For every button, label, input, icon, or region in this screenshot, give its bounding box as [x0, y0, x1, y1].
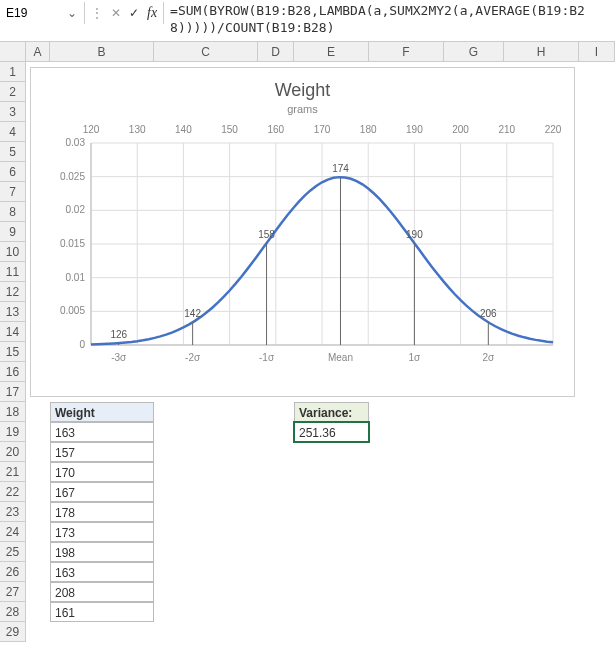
- cell-B23[interactable]: 178: [50, 502, 154, 522]
- row-header-24[interactable]: 24: [0, 522, 25, 542]
- row-header-8[interactable]: 8: [0, 202, 25, 222]
- col-header-A[interactable]: A: [26, 42, 50, 61]
- row-header-14[interactable]: 14: [0, 322, 25, 342]
- chart-plot: 12013014015016017018019020021022000.0050…: [43, 119, 563, 389]
- svg-text:0.03: 0.03: [66, 137, 86, 148]
- cell-B24[interactable]: 173: [50, 522, 154, 542]
- svg-text:220: 220: [545, 124, 562, 135]
- svg-text:160: 160: [267, 124, 284, 135]
- row-header-1[interactable]: 1: [0, 62, 25, 82]
- cell-E18[interactable]: Variance:: [294, 402, 369, 422]
- cell-B26[interactable]: 163: [50, 562, 154, 582]
- row-header-17[interactable]: 17: [0, 382, 25, 402]
- svg-text:0.02: 0.02: [66, 204, 86, 215]
- svg-text:1σ: 1σ: [409, 352, 422, 363]
- col-header-H[interactable]: H: [504, 42, 579, 61]
- cell-B22[interactable]: 167: [50, 482, 154, 502]
- svg-text:190: 190: [406, 229, 423, 240]
- row-header-19[interactable]: 19: [0, 422, 25, 442]
- svg-text:140: 140: [175, 124, 192, 135]
- svg-text:0.015: 0.015: [60, 238, 85, 249]
- chart-title: Weight: [43, 80, 562, 101]
- col-header-G[interactable]: G: [444, 42, 504, 61]
- name-box-dropdown-icon[interactable]: ⌄: [64, 6, 80, 20]
- svg-text:2σ: 2σ: [482, 352, 495, 363]
- cell-B27[interactable]: 208: [50, 582, 154, 602]
- cell-B28[interactable]: 161: [50, 602, 154, 622]
- row-header-25[interactable]: 25: [0, 542, 25, 562]
- row-header-23[interactable]: 23: [0, 502, 25, 522]
- row-header-3[interactable]: 3: [0, 102, 25, 122]
- row-header-6[interactable]: 6: [0, 162, 25, 182]
- chart-subtitle: grams: [43, 103, 562, 115]
- name-box-input[interactable]: [4, 4, 64, 22]
- col-header-D[interactable]: D: [258, 42, 294, 61]
- row-header-29[interactable]: 29: [0, 622, 25, 642]
- column-headers: ABCDEFGHI: [26, 42, 615, 62]
- name-box[interactable]: ⌄: [0, 2, 85, 24]
- chart[interactable]: Weight grams 120130140150160170180190200…: [30, 67, 575, 397]
- svg-text:142: 142: [184, 308, 201, 319]
- row-header-16[interactable]: 16: [0, 362, 25, 382]
- svg-text:174: 174: [332, 163, 349, 174]
- col-header-F[interactable]: F: [369, 42, 444, 61]
- row-header-13[interactable]: 13: [0, 302, 25, 322]
- svg-text:126: 126: [110, 329, 127, 340]
- row-header-12[interactable]: 12: [0, 282, 25, 302]
- svg-text:-2σ: -2σ: [185, 352, 201, 363]
- row-header-4[interactable]: 4: [0, 122, 25, 142]
- row-header-20[interactable]: 20: [0, 442, 25, 462]
- svg-text:150: 150: [221, 124, 238, 135]
- svg-text:0.005: 0.005: [60, 305, 85, 316]
- row-headers: 1234567891011121314151617181920212223242…: [0, 62, 26, 642]
- cell-B19[interactable]: 163: [50, 422, 154, 442]
- row-header-7[interactable]: 7: [0, 182, 25, 202]
- svg-text:200: 200: [452, 124, 469, 135]
- cell-B25[interactable]: 198: [50, 542, 154, 562]
- svg-text:180: 180: [360, 124, 377, 135]
- row-header-2[interactable]: 2: [0, 82, 25, 102]
- formula-bar: ⌄ ⋮ ✕ ✓ fx =SUM(BYROW(B19:B28,LAMBDA(a,S…: [0, 0, 615, 42]
- row-header-22[interactable]: 22: [0, 482, 25, 502]
- svg-text:120: 120: [83, 124, 100, 135]
- svg-text:210: 210: [498, 124, 515, 135]
- col-header-C[interactable]: C: [154, 42, 258, 61]
- col-header-B[interactable]: B: [50, 42, 154, 61]
- svg-text:206: 206: [480, 308, 497, 319]
- col-header-I[interactable]: I: [579, 42, 615, 61]
- svg-text:0.025: 0.025: [60, 171, 85, 182]
- svg-text:-1σ: -1σ: [259, 352, 275, 363]
- fx-icon[interactable]: fx: [147, 5, 157, 21]
- cell-E19[interactable]: 251.36: [294, 422, 369, 442]
- separator-icon: ⋮: [91, 6, 103, 20]
- row-header-10[interactable]: 10: [0, 242, 25, 262]
- row-header-21[interactable]: 21: [0, 462, 25, 482]
- cell-B21[interactable]: 170: [50, 462, 154, 482]
- row-header-9[interactable]: 9: [0, 222, 25, 242]
- col-header-E[interactable]: E: [294, 42, 369, 61]
- svg-text:170: 170: [314, 124, 331, 135]
- row-header-18[interactable]: 18: [0, 402, 25, 422]
- svg-text:190: 190: [406, 124, 423, 135]
- row-header-27[interactable]: 27: [0, 582, 25, 602]
- svg-text:0.01: 0.01: [66, 272, 86, 283]
- cancel-icon[interactable]: ✕: [111, 6, 121, 20]
- svg-text:130: 130: [129, 124, 146, 135]
- select-all-corner[interactable]: [0, 42, 26, 62]
- row-header-26[interactable]: 26: [0, 562, 25, 582]
- row-header-15[interactable]: 15: [0, 342, 25, 362]
- confirm-icon[interactable]: ✓: [129, 6, 139, 20]
- cell-B18[interactable]: Weight: [50, 402, 154, 422]
- row-header-28[interactable]: 28: [0, 602, 25, 622]
- svg-text:158: 158: [258, 229, 275, 240]
- row-header-11[interactable]: 11: [0, 262, 25, 282]
- svg-text:Mean: Mean: [328, 352, 353, 363]
- svg-text:0: 0: [79, 339, 85, 350]
- row-header-5[interactable]: 5: [0, 142, 25, 162]
- cell-B20[interactable]: 157: [50, 442, 154, 462]
- formula-input[interactable]: =SUM(BYROW(B19:B28,LAMBDA(a,SUMX2MY2(a,A…: [164, 0, 615, 40]
- spreadsheet-grid: ABCDEFGHI 123456789101112131415161718192…: [0, 42, 615, 662]
- svg-text:-3σ: -3σ: [111, 352, 127, 363]
